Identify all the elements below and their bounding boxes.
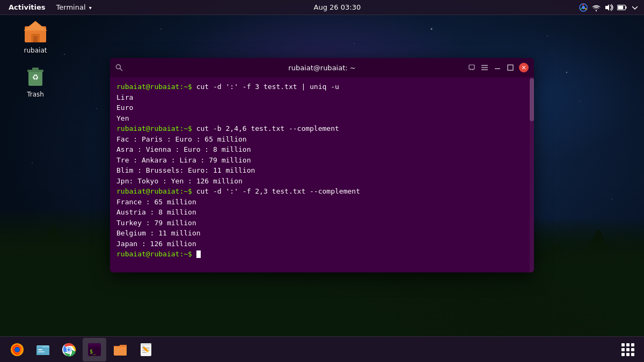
- prompt-2: rubaiat@rubaiat:~$: [116, 124, 192, 132]
- topbar-left: Activities Terminal ▾: [0, 3, 96, 11]
- terminal-window: rubaiat@rubaiat: ~: [110, 58, 534, 272]
- trash-desktop-icon[interactable]: ♻ Trash: [14, 63, 57, 98]
- svg-line-25: [120, 69, 123, 71]
- terminal-search[interactable]: [115, 64, 124, 71]
- terminal-body[interactable]: rubaiat@rubaiat:~$ cut -d ':' -f 3 test.…: [110, 77, 534, 272]
- terminal-minimize-button[interactable]: [493, 63, 502, 72]
- svg-point-11: [596, 10, 597, 11]
- terminal-current-prompt: rubaiat@rubaiat:~$: [116, 249, 528, 260]
- output-13: Japan : 126 million: [116, 239, 528, 249]
- terminal-scrollbar-thumb[interactable]: [530, 78, 534, 121]
- taskbar-firefox[interactable]: [5, 338, 29, 361]
- terminal-controls: ✕: [467, 63, 529, 72]
- svg-point-24: [116, 65, 121, 69]
- terminal-scrollbar[interactable]: [530, 77, 534, 272]
- activities-button[interactable]: Activities: [4, 3, 50, 11]
- svg-rect-33: [508, 65, 513, 70]
- volume-icon[interactable]: [604, 3, 614, 12]
- svg-text:$_: $_: [90, 349, 97, 355]
- svg-rect-39: [38, 351, 45, 352]
- network-icon[interactable]: [591, 3, 601, 12]
- terminal-line-1: rubaiat@rubaiat:~$ cut -d ':' -f 3 test.…: [116, 82, 528, 92]
- taskbar-show-apps[interactable]: [616, 338, 640, 361]
- svg-rect-26: [469, 65, 474, 69]
- svg-point-43: [68, 348, 70, 351]
- cmd-1: cut -d ':' -f 3 test.txt | uniq -u: [196, 83, 339, 91]
- home-desktop-icon[interactable]: rubaiat: [14, 19, 57, 54]
- tree-silhouette-left: [0, 208, 118, 336]
- tree-silhouette-right: [537, 213, 644, 336]
- trash-icon-label: Trash: [27, 91, 44, 98]
- svg-text:♻: ♻: [32, 73, 39, 82]
- output-6: Tre : Ankara : Lira : 79 million: [116, 155, 528, 166]
- terminal-cursor: [196, 250, 201, 258]
- output-12: Belgium : 11 million: [116, 228, 528, 239]
- output-7: Blim : Brussels: Euro: 11 million: [116, 165, 528, 176]
- terminal-pin-button[interactable]: [467, 63, 476, 72]
- output-9: France : 65 million: [116, 197, 528, 208]
- svg-rect-15: [618, 5, 623, 9]
- svg-marker-1: [24, 224, 83, 336]
- output-4: Fac : Paris : Euro : 65 million: [116, 134, 528, 145]
- cmd-2: cut -b 2,4,6 test.txt --complement: [196, 124, 339, 132]
- terminal-maximize-button[interactable]: [506, 63, 515, 72]
- topbar: Activities Terminal ▾ Aug 26 03:30: [0, 0, 644, 15]
- svg-marker-17: [24, 21, 47, 31]
- terminal-menu[interactable]: Terminal ▾: [52, 3, 96, 11]
- terminal-menu-button[interactable]: [480, 63, 489, 72]
- prompt-3: rubaiat@rubaiat:~$: [116, 187, 192, 195]
- output-1: Lira: [116, 92, 528, 103]
- terminal-line-3: rubaiat@rubaiat:~$ cut -d ':' -f 2,3 tes…: [116, 186, 528, 197]
- trash-icon-image: ♻: [23, 63, 48, 88]
- taskbar-files[interactable]: [31, 338, 55, 361]
- desktop: Activities Terminal ▾ Aug 26 03:30: [0, 0, 644, 362]
- terminal-line-2: rubaiat@rubaiat:~$ cut -b 2,4,6 test.txt…: [116, 123, 528, 134]
- cmd-3: cut -d ':' -f 2,3 test.txt --complement: [196, 187, 360, 195]
- output-10: Austria : 8 million: [116, 207, 528, 218]
- output-8: Jpn: Tokyo : Yen : 126 million: [116, 176, 528, 187]
- topbar-right: [579, 3, 644, 12]
- svg-line-9: [585, 8, 587, 9]
- home-icon-label: rubaiat: [24, 47, 47, 54]
- svg-rect-49: [141, 343, 151, 345]
- output-3: Yen: [116, 113, 528, 124]
- home-icon-image: [23, 19, 48, 45]
- output-5: Asra : Vienna : Euro : 8 million: [116, 144, 528, 155]
- output-11: Turkey : 79 million: [116, 218, 528, 228]
- terminal-close-button[interactable]: ✕: [519, 63, 529, 72]
- svg-marker-0: [0, 240, 43, 336]
- svg-rect-14: [626, 6, 627, 9]
- tray-menu-icon[interactable]: [630, 3, 640, 12]
- output-2: Euro: [116, 102, 528, 113]
- taskbar-folder[interactable]: [108, 338, 132, 361]
- terminal-title: rubaiat@rubaiat: ~: [288, 64, 355, 72]
- svg-line-10: [580, 8, 582, 9]
- svg-marker-4: [568, 229, 629, 336]
- taskbar: $_: [0, 336, 644, 362]
- prompt-1: rubaiat@rubaiat:~$: [116, 83, 192, 91]
- taskbar-texteditor[interactable]: [134, 338, 158, 361]
- prompt-current: rubaiat@rubaiat:~$: [116, 250, 192, 258]
- svg-marker-2: [63, 256, 103, 336]
- svg-rect-38: [38, 349, 42, 350]
- taskbar-chrome[interactable]: [57, 338, 80, 361]
- svg-point-7: [582, 6, 585, 9]
- svg-marker-5: [614, 264, 644, 336]
- svg-marker-3: [537, 242, 585, 336]
- svg-rect-22: [32, 68, 39, 70]
- topbar-datetime: Aug 26 03:30: [96, 3, 579, 11]
- taskbar-terminal[interactable]: $_: [83, 338, 106, 361]
- svg-rect-19: [33, 36, 38, 42]
- battery-icon[interactable]: [617, 3, 627, 12]
- svg-rect-46: [88, 345, 101, 346]
- svg-marker-12: [605, 4, 609, 11]
- apps-grid-dots: [621, 343, 634, 356]
- terminal-titlebar: rubaiat@rubaiat: ~: [110, 58, 534, 77]
- google-chrome-tray-icon: [579, 3, 588, 12]
- terminal-menu-arrow: ▾: [89, 5, 92, 11]
